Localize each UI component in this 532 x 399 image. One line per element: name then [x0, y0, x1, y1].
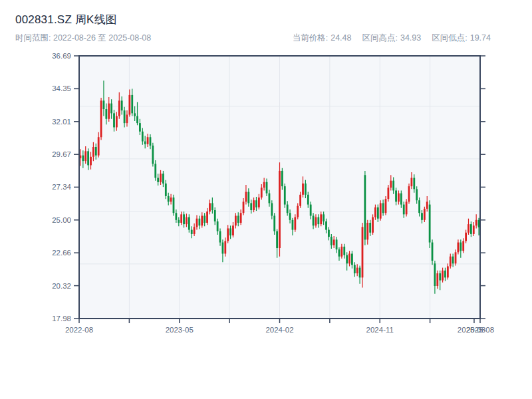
candle-down	[354, 265, 356, 273]
candle-down	[175, 213, 177, 220]
candle-down	[416, 189, 418, 200]
candle-up	[299, 195, 301, 206]
x-tick-label: 2025-08	[466, 326, 494, 334]
candle-down	[165, 184, 167, 196]
candle-down	[131, 95, 133, 113]
candle-up	[243, 201, 245, 213]
candle-up	[240, 213, 242, 223]
candle-down	[219, 231, 221, 243]
candle-up	[390, 181, 392, 188]
candle-up	[180, 214, 182, 223]
y-tick-label: 25.00	[52, 216, 71, 224]
candle-up	[406, 201, 408, 214]
candle-down	[95, 147, 97, 156]
candle-up	[170, 198, 172, 201]
candle-up	[302, 184, 304, 195]
candle-up	[356, 268, 358, 273]
candle-up	[447, 266, 449, 277]
candle-up	[411, 178, 413, 186]
candle-down	[188, 217, 190, 230]
candle-down	[211, 203, 213, 210]
candle-down	[110, 104, 112, 114]
candle-down	[452, 257, 454, 264]
y-tick-label: 20.32	[52, 282, 71, 290]
candle-up	[340, 247, 342, 257]
candle-down	[255, 200, 257, 207]
candle-up	[462, 241, 464, 251]
candle-down	[325, 221, 327, 230]
candle-down	[336, 239, 338, 249]
candle-up	[380, 203, 382, 218]
candle-up	[245, 192, 247, 202]
candle-up	[294, 217, 296, 230]
candle-down	[105, 109, 107, 119]
x-tick-label: 2022-08	[65, 326, 93, 334]
candle-up	[92, 147, 94, 157]
candle-down	[382, 203, 384, 213]
candle-down	[134, 113, 136, 116]
candle-down	[444, 271, 446, 278]
candle-up	[333, 239, 335, 245]
candle-down	[323, 214, 325, 221]
candle-up	[232, 225, 234, 235]
candle-down	[369, 223, 371, 233]
candle-up	[362, 227, 364, 277]
y-tick-label: 34.35	[52, 84, 71, 92]
x-tick-label: 2024-11	[366, 326, 394, 334]
candle-down	[439, 273, 441, 281]
candle-down	[346, 255, 348, 264]
candle-down	[287, 205, 289, 213]
candle-down	[168, 196, 170, 201]
candle-down	[269, 194, 271, 203]
candle-up	[147, 137, 149, 144]
candle-down	[103, 100, 105, 109]
candle-down	[317, 217, 319, 225]
candle-down	[273, 215, 275, 231]
candle-up	[426, 201, 428, 209]
candle-down	[191, 230, 193, 234]
candle-down	[359, 268, 361, 278]
candle-down	[470, 224, 472, 234]
candle-down	[377, 207, 379, 219]
candle-up	[201, 215, 203, 225]
candle-up	[467, 224, 469, 233]
candle-up	[128, 95, 130, 115]
candle-down	[203, 215, 205, 223]
candle-up	[261, 188, 263, 198]
candle-up	[475, 220, 477, 225]
x-tick-label: 2024-02	[265, 326, 293, 334]
candle-up	[315, 217, 317, 226]
candle-up	[206, 211, 208, 223]
kline-chart: 36.6934.3532.0129.6727.3425.0022.6620.32…	[0, 0, 532, 399]
candle-up	[227, 228, 229, 241]
candle-down	[178, 220, 180, 223]
candle-down	[154, 164, 156, 178]
candle-down	[421, 213, 423, 220]
candle-up	[408, 186, 410, 201]
candle-down	[152, 146, 154, 164]
candle-down	[173, 198, 175, 213]
candle-down	[247, 192, 249, 203]
candle-down	[432, 243, 434, 261]
candle-up	[98, 137, 100, 155]
candle-up	[126, 114, 128, 123]
candle-up	[100, 100, 102, 137]
candle-up	[258, 198, 260, 207]
candle-up	[235, 215, 237, 225]
y-tick-label: 36.69	[52, 52, 71, 60]
candle-down	[150, 137, 152, 146]
y-tick-label: 32.01	[52, 118, 71, 126]
candle-up	[279, 171, 281, 248]
candle-down	[418, 200, 420, 213]
candle-down	[331, 237, 332, 245]
candle-up	[473, 225, 475, 234]
y-tick-label: 29.67	[52, 150, 71, 158]
candle-up	[458, 243, 460, 253]
candle-down	[144, 142, 146, 144]
candle-down	[162, 174, 164, 184]
candle-up	[320, 214, 322, 224]
candle-down	[364, 175, 366, 239]
candle-down	[87, 151, 89, 165]
candle-up	[297, 206, 299, 217]
candle-down	[310, 205, 312, 216]
